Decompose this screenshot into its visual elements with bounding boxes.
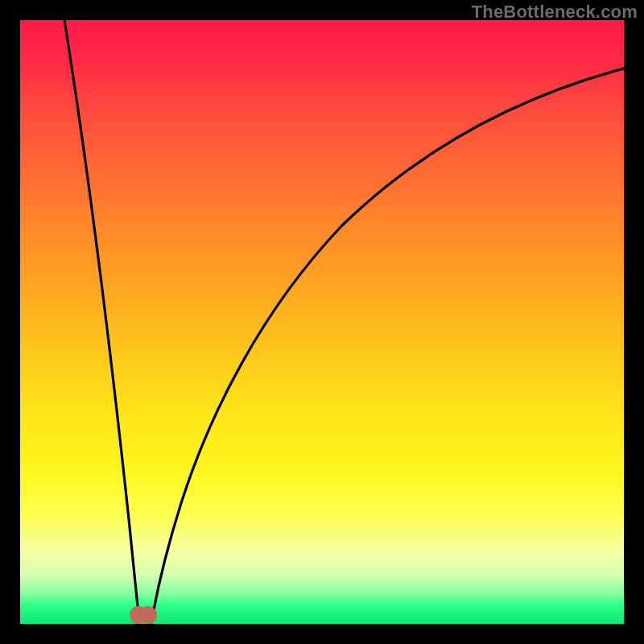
plot-frame — [20, 20, 624, 624]
cusp-marker-right-lobe — [139, 606, 157, 624]
curve-left-branch — [64, 20, 139, 622]
cusp-marker — [130, 605, 157, 624]
curve-right-branch — [151, 68, 624, 622]
bottleneck-curve — [20, 20, 624, 624]
watermark-text: TheBottleneck.com — [472, 2, 638, 23]
